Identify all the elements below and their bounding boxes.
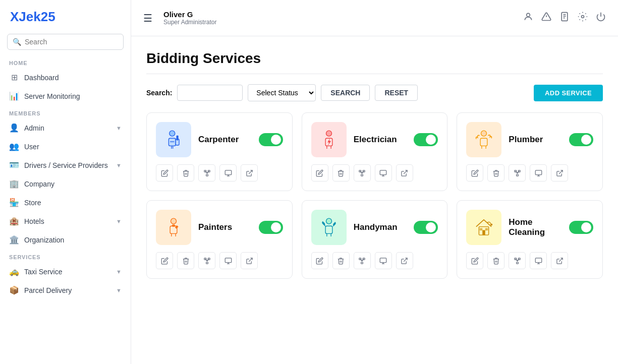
handyman-toggle[interactable] bbox=[414, 221, 438, 234]
external-link-button[interactable] bbox=[551, 164, 568, 181]
profile-icon[interactable] bbox=[523, 12, 533, 24]
card-actions bbox=[156, 164, 283, 181]
search-container[interactable]: 🔍 bbox=[7, 34, 124, 50]
section-home: HOME bbox=[0, 55, 131, 68]
svg-point-88 bbox=[490, 223, 492, 225]
external-link-button[interactable] bbox=[551, 252, 568, 269]
header: ☰ Oliver G Super Administrator bbox=[131, 0, 618, 36]
sidebar-item-label: Server Monitoring bbox=[24, 92, 122, 100]
painters-toggle[interactable] bbox=[259, 221, 283, 234]
edit-button[interactable] bbox=[311, 252, 328, 269]
delete-button[interactable] bbox=[487, 252, 504, 269]
bar-chart-icon: 📊 bbox=[9, 91, 19, 101]
search-input[interactable] bbox=[25, 38, 118, 46]
external-link-button[interactable] bbox=[241, 252, 258, 269]
card-actions bbox=[466, 252, 593, 269]
home-cleaning-toggle[interactable] bbox=[569, 221, 593, 234]
edit-button[interactable] bbox=[311, 164, 328, 181]
services-grid: Carpenter bbox=[146, 112, 603, 279]
svg-rect-47 bbox=[516, 174, 518, 176]
delete-button[interactable] bbox=[177, 252, 194, 269]
sidebar-item-user[interactable]: 👥 User bbox=[0, 137, 131, 156]
card-view-button[interactable] bbox=[375, 164, 392, 181]
toggle-slider bbox=[414, 221, 438, 234]
card-actions bbox=[311, 252, 438, 269]
delete-button[interactable] bbox=[332, 164, 350, 181]
toggle-slider bbox=[569, 221, 593, 234]
svg-rect-95 bbox=[535, 258, 542, 262]
menu-icon[interactable]: ☰ bbox=[143, 12, 152, 24]
parcel-icon: 📦 bbox=[9, 285, 19, 295]
gear-icon[interactable] bbox=[578, 12, 588, 24]
reset-button[interactable]: RESET bbox=[375, 85, 418, 101]
sidebar-item-server-monitoring[interactable]: 📊 Server Monitoring bbox=[0, 87, 131, 105]
service-card-carpenter: Carpenter bbox=[146, 112, 293, 191]
card-top: Plumber bbox=[466, 122, 593, 157]
edit-button[interactable] bbox=[156, 252, 173, 269]
document-icon[interactable] bbox=[559, 12, 570, 24]
edit-button[interactable] bbox=[156, 164, 173, 181]
card-view-button[interactable] bbox=[530, 164, 547, 181]
carpenter-toggle[interactable] bbox=[259, 133, 283, 146]
sidebar-item-label: User bbox=[24, 143, 122, 151]
search-label: Search: bbox=[146, 89, 172, 97]
external-link-button[interactable] bbox=[396, 252, 413, 269]
card-view-button[interactable] bbox=[375, 252, 392, 269]
hierarchy-button[interactable] bbox=[354, 252, 371, 269]
power-icon[interactable] bbox=[596, 12, 606, 24]
edit-button[interactable] bbox=[466, 164, 483, 181]
store-icon: 🏪 bbox=[9, 198, 19, 207]
electrician-toggle[interactable] bbox=[414, 133, 438, 146]
svg-point-9 bbox=[170, 131, 175, 136]
hierarchy-button[interactable] bbox=[198, 252, 215, 269]
svg-rect-85 bbox=[483, 230, 486, 235]
sidebar-item-store[interactable]: 🏪 Store bbox=[0, 193, 131, 212]
sidebar-item-label: Organization bbox=[24, 236, 122, 244]
plumber-toggle[interactable] bbox=[569, 133, 593, 146]
sidebar-item-taxi-service[interactable]: 🚕 Taxi Service ▼ bbox=[0, 262, 131, 281]
org-icon: 🏛️ bbox=[9, 235, 19, 245]
svg-point-7 bbox=[582, 16, 584, 18]
search-button[interactable]: SEARCH bbox=[321, 85, 370, 101]
hierarchy-button[interactable] bbox=[509, 164, 526, 181]
add-service-button[interactable]: ADD SERVICE bbox=[534, 85, 603, 101]
card-view-button[interactable] bbox=[530, 252, 547, 269]
delete-button[interactable] bbox=[332, 252, 350, 269]
external-link-button[interactable] bbox=[241, 164, 258, 181]
sidebar-item-label: Admin bbox=[24, 124, 111, 132]
section-members: MEMBERS bbox=[0, 105, 131, 118]
delete-button[interactable] bbox=[177, 164, 194, 181]
svg-point-70 bbox=[326, 218, 331, 224]
svg-point-0 bbox=[527, 13, 530, 17]
alert-icon[interactable] bbox=[541, 12, 551, 24]
svg-rect-13 bbox=[177, 136, 179, 141]
service-card-handyman: Handyman bbox=[302, 200, 448, 279]
sidebar-item-admin[interactable]: 👤 Admin ▼ bbox=[0, 118, 131, 137]
svg-rect-57 bbox=[172, 225, 175, 227]
svg-rect-80 bbox=[380, 258, 386, 262]
search-filter-input[interactable] bbox=[177, 85, 243, 101]
taxi-icon: 🚕 bbox=[9, 267, 19, 276]
hierarchy-button[interactable] bbox=[509, 252, 526, 269]
sidebar-item-parcel-delivery[interactable]: 📦 Parcel Delivery ▼ bbox=[0, 281, 131, 299]
card-view-button[interactable] bbox=[219, 164, 237, 181]
toggle-slider bbox=[414, 133, 438, 146]
svg-point-26 bbox=[326, 131, 331, 136]
delete-button[interactable] bbox=[487, 164, 504, 181]
svg-rect-42 bbox=[480, 138, 487, 146]
sidebar-item-drivers-service-providers[interactable]: 🪪 Drivers / Service Providers ▼ bbox=[0, 156, 131, 174]
external-link-button[interactable] bbox=[396, 164, 413, 181]
service-card-home-cleaning: Home Cleaning bbox=[457, 200, 603, 279]
toggle-slider bbox=[259, 133, 283, 146]
hierarchy-button[interactable] bbox=[198, 164, 215, 181]
sidebar-item-organization[interactable]: 🏛️ Organization bbox=[0, 230, 131, 249]
sidebar-item-hotels[interactable]: 🏨 Hotels ▼ bbox=[0, 212, 131, 230]
person-badge-icon: 🪪 bbox=[9, 160, 19, 170]
status-select[interactable]: Select Status Active Inactive bbox=[248, 84, 316, 101]
sidebar-item-dashboard[interactable]: ⊞ Dashboard bbox=[0, 68, 131, 87]
hierarchy-button[interactable] bbox=[354, 164, 371, 181]
service-name-electrician: Electrician bbox=[354, 135, 407, 145]
edit-button[interactable] bbox=[466, 252, 483, 269]
sidebar-item-company[interactable]: 🏢 Company bbox=[0, 174, 131, 193]
card-view-button[interactable] bbox=[219, 252, 237, 269]
